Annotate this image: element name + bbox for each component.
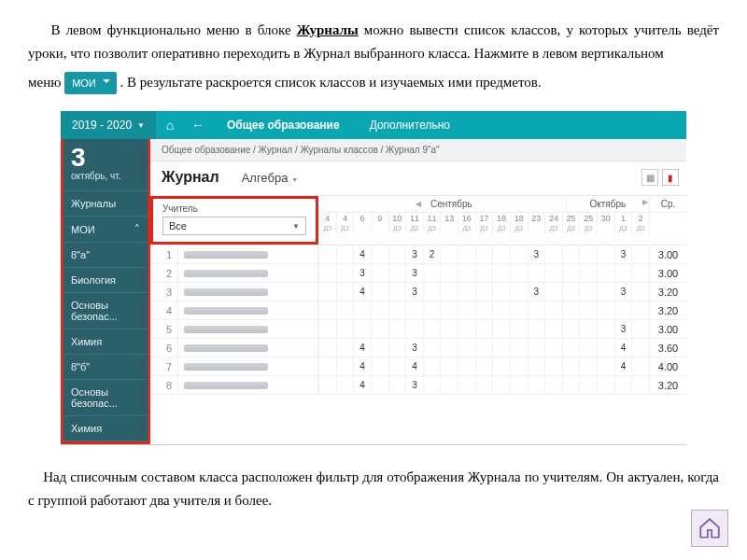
grade-cell[interactable]: 3	[405, 283, 423, 301]
grade-cell[interactable]	[579, 376, 597, 394]
grade-cell[interactable]: 4	[353, 283, 371, 301]
grade-cell[interactable]	[579, 339, 597, 357]
grade-cell[interactable]	[544, 357, 562, 375]
grade-cell[interactable]	[579, 245, 597, 263]
grade-cell[interactable]	[475, 301, 493, 319]
grade-cell[interactable]	[492, 357, 510, 375]
grade-cell[interactable]	[475, 376, 493, 394]
grade-cell[interactable]	[318, 264, 336, 282]
sidebar-item-chem-1[interactable]: Химия	[63, 329, 148, 355]
grade-cell[interactable]	[318, 376, 336, 394]
grade-cell[interactable]	[388, 320, 406, 338]
grade-cell[interactable]: 4	[614, 357, 632, 375]
grade-cell[interactable]	[336, 320, 354, 338]
grade-cell[interactable]	[440, 376, 458, 394]
grade-cell[interactable]	[597, 339, 614, 357]
grade-cell[interactable]	[562, 357, 580, 375]
grade-cell[interactable]	[631, 357, 649, 375]
grade-cell[interactable]	[528, 339, 545, 357]
grade-cell[interactable]	[544, 339, 562, 357]
grade-cell[interactable]	[544, 301, 562, 319]
grade-cell[interactable]: 3	[528, 245, 545, 263]
sidebar-item-8a[interactable]: 8"а"	[63, 243, 148, 268]
grade-cell[interactable]	[440, 357, 458, 375]
grade-cell[interactable]	[528, 320, 545, 338]
grade-cell[interactable]	[423, 283, 441, 301]
grade-cell[interactable]: 4	[405, 357, 423, 375]
grade-cell[interactable]	[579, 301, 597, 319]
grade-cell[interactable]	[510, 283, 528, 301]
grade-cell[interactable]	[631, 376, 649, 394]
grade-cell[interactable]	[353, 320, 371, 338]
grade-cell[interactable]	[371, 283, 388, 301]
grade-cell[interactable]	[562, 264, 580, 282]
sidebar-item-chem-2[interactable]: Химия	[63, 416, 148, 441]
chart-icon[interactable]: ▮	[662, 169, 679, 186]
grade-cell[interactable]	[423, 376, 441, 394]
grade-cell[interactable]	[458, 357, 475, 375]
grade-cell[interactable]	[423, 264, 441, 282]
grid-icon[interactable]: ▦	[641, 169, 658, 186]
grade-cell[interactable]	[388, 376, 406, 394]
grade-cell[interactable]	[388, 264, 406, 282]
grade-cell[interactable]	[597, 283, 614, 301]
grade-cell[interactable]	[510, 320, 528, 338]
tab-general-education[interactable]: Общее образование	[212, 111, 355, 139]
grade-cell[interactable]	[544, 376, 562, 394]
grade-cell[interactable]	[318, 357, 336, 375]
grade-cell[interactable]: 3	[405, 339, 423, 357]
grade-cell[interactable]	[336, 245, 354, 263]
grade-cell[interactable]	[458, 283, 475, 301]
grade-cell[interactable]	[440, 264, 458, 282]
grade-cell[interactable]	[336, 264, 354, 282]
grade-cell[interactable]: 4	[614, 339, 632, 357]
grade-cell[interactable]	[405, 320, 423, 338]
grade-cell[interactable]	[458, 264, 475, 282]
grade-cell[interactable]	[510, 264, 528, 282]
sidebar-item-safety-2[interactable]: Основы безопас...	[63, 380, 148, 416]
grade-cell[interactable]	[423, 339, 441, 357]
sidebar-item-journals[interactable]: Журналы	[63, 191, 148, 217]
grade-cell[interactable]	[631, 339, 649, 357]
grade-cell[interactable]	[458, 320, 475, 338]
grade-cell[interactable]: 3	[405, 264, 423, 282]
grade-cell[interactable]	[492, 376, 510, 394]
grade-cell[interactable]	[440, 320, 458, 338]
grade-cell[interactable]	[353, 301, 371, 319]
grade-cell[interactable]	[528, 357, 545, 375]
grade-cell[interactable]	[631, 264, 649, 282]
grade-cell[interactable]	[423, 357, 441, 375]
grade-cell[interactable]	[492, 339, 510, 357]
grade-cell[interactable]	[528, 264, 545, 282]
grade-cell[interactable]	[371, 339, 388, 357]
grade-cell[interactable]	[492, 283, 510, 301]
grade-cell[interactable]	[423, 320, 441, 338]
grade-cell[interactable]	[579, 357, 597, 375]
grade-cell[interactable]: 4	[353, 376, 371, 394]
grade-cell[interactable]	[336, 283, 354, 301]
grade-cell[interactable]	[510, 245, 528, 263]
grade-cell[interactable]	[614, 301, 632, 319]
grade-cell[interactable]	[562, 376, 580, 394]
grade-cell[interactable]	[371, 357, 388, 375]
grade-cell[interactable]	[544, 320, 562, 338]
grade-cell[interactable]: 3	[353, 264, 371, 282]
subject-selector[interactable]: Алгебра	[242, 171, 299, 185]
grade-cell[interactable]: 3	[614, 283, 632, 301]
home-icon[interactable]: ⌂	[156, 118, 184, 133]
grade-cell[interactable]	[492, 245, 510, 263]
grade-cell[interactable]	[544, 283, 562, 301]
sidebar-item-moi[interactable]: МОИ˄	[63, 217, 148, 243]
grade-cell[interactable]	[597, 357, 614, 375]
grade-cell[interactable]	[475, 339, 493, 357]
grade-cell[interactable]	[528, 376, 545, 394]
grade-cell[interactable]	[597, 245, 614, 263]
grade-cell[interactable]	[597, 376, 614, 394]
grade-cell[interactable]	[614, 376, 632, 394]
grade-cell[interactable]	[371, 301, 388, 319]
sidebar-item-8b[interactable]: 8"б"	[63, 355, 148, 380]
grade-cell[interactable]	[475, 264, 493, 282]
grade-cell[interactable]	[492, 301, 510, 319]
grade-cell[interactable]	[510, 357, 528, 375]
grade-cell[interactable]	[631, 245, 649, 263]
